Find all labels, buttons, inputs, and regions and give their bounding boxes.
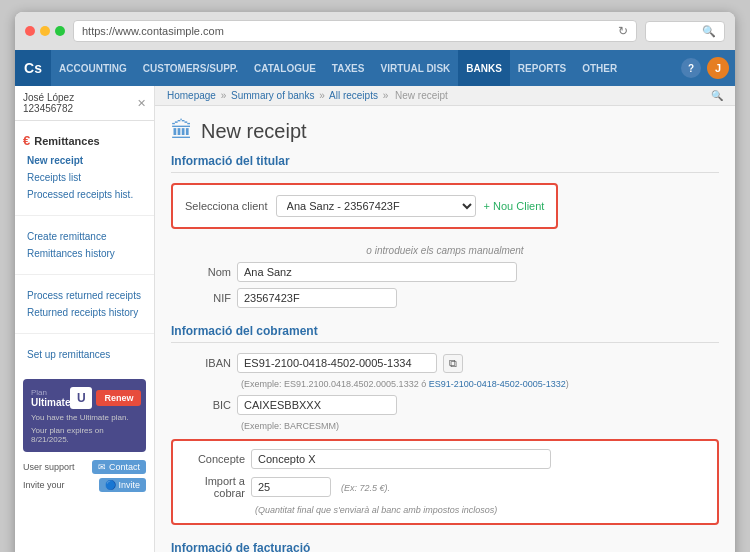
sidebar-close-icon[interactable]: ✕ — [137, 97, 146, 110]
nav-items: ACCOUNTING CUSTOMERS/SUPP. CATALOGUE TAX… — [51, 50, 681, 86]
import-label: Import a cobrar — [185, 475, 245, 499]
or-text: o introdueix els camps manualment — [171, 245, 719, 256]
nav-item-customers[interactable]: CUSTOMERS/SUPP. — [135, 50, 246, 86]
iban-copy-icon[interactable]: ⧉ — [443, 354, 463, 373]
plan-info: Plan Ultimate — [31, 388, 70, 408]
nom-input[interactable] — [237, 262, 517, 282]
page-icon: 🏛 — [171, 118, 193, 144]
sidebar-link-create-remittance[interactable]: Create remittance — [15, 228, 154, 245]
breadcrumb-home[interactable]: Homepage — [167, 90, 216, 101]
nav-item-banks[interactable]: BANKS — [458, 50, 510, 86]
select-client-label: Selecciona client — [185, 200, 268, 212]
invite-button[interactable]: 🔵 Invite — [99, 478, 146, 492]
bic-input[interactable] — [237, 395, 397, 415]
sidebar-remittances-section: € Remittances New receipt Receipts list … — [15, 121, 154, 211]
concepto-import-box: Concepte Import a cobrar (Ex: 72.5 €). (… — [171, 439, 719, 525]
sidebar-link-process-returned[interactable]: Process returned receipts — [15, 287, 154, 304]
import-input[interactable] — [251, 477, 331, 497]
plan-text: You have the Ultimate plan. — [31, 413, 138, 422]
sidebar-section-label: Remittances — [34, 135, 99, 147]
iban-label: IBAN — [171, 357, 231, 369]
titular-section-title: Informació del titular — [171, 154, 719, 173]
titular-section: Informació del titular Selecciona client… — [171, 154, 719, 308]
sidebar-link-returned-history[interactable]: Returned receipts history — [15, 304, 154, 321]
plan-label: Plan — [31, 388, 70, 397]
plan-u-icon: U — [70, 387, 92, 409]
traffic-lights — [25, 26, 65, 36]
concepto-label: Concepte — [185, 453, 245, 465]
concepto-input[interactable] — [251, 449, 551, 469]
help-button[interactable]: ? — [681, 58, 701, 78]
search-icon: 🔍 — [702, 25, 716, 38]
new-client-button[interactable]: + Nou Client — [484, 200, 545, 212]
nav-item-reports[interactable]: REPORTS — [510, 50, 574, 86]
nav-item-virtual-disk[interactable]: VIRTUAL DISK — [372, 50, 458, 86]
sidebar-link-processed-receipts[interactable]: Processed receipts hist. — [15, 186, 154, 203]
nav-item-taxes[interactable]: TAXES — [324, 50, 373, 86]
sidebar-link-setup[interactable]: Set up remittances — [15, 346, 154, 363]
nif-row: NIF — [171, 288, 719, 308]
import-example: (Ex: 72.5 €). — [337, 483, 390, 493]
nav-item-other[interactable]: OTHER — [574, 50, 625, 86]
nif-input[interactable] — [237, 288, 397, 308]
browser-chrome: https://www.contasimple.com ↻ 🔍 — [15, 12, 735, 50]
sidebar-link-new-receipt[interactable]: New receipt — [15, 152, 154, 169]
sidebar-user-name: José López — [23, 92, 74, 103]
invite-label: Invite your — [23, 480, 65, 490]
nav-right: ? J — [681, 57, 735, 79]
nav-logo[interactable]: Cs — [15, 50, 51, 86]
sidebar-link-receipts-list[interactable]: Receipts list — [15, 169, 154, 186]
nom-row: Nom — [171, 262, 719, 282]
support-label: User support — [23, 462, 75, 472]
breadcrumb-sep3: » — [383, 90, 389, 101]
plan-expires: Your plan expires on 8/21/2025. — [31, 426, 138, 444]
nav-item-accounting[interactable]: ACCOUNTING — [51, 50, 135, 86]
nif-label: NIF — [171, 292, 231, 304]
support-box: User support ✉ Contact — [23, 460, 146, 474]
nav-item-catalogue[interactable]: CATALOGUE — [246, 50, 324, 86]
sidebar: José López 123456782 ✕ € Remittances New… — [15, 86, 155, 552]
iban-example-text: (Exemple: ES91.2100.0418.4502.0005.1332 … — [241, 379, 719, 389]
breadcrumb-banks[interactable]: Summary of banks — [231, 90, 314, 101]
content-area: José López 123456782 ✕ € Remittances New… — [15, 86, 735, 552]
renew-button[interactable]: Renew — [96, 390, 141, 406]
breadcrumb-bar: Homepage » Summary of banks » All receip… — [155, 86, 735, 106]
user-avatar[interactable]: J — [707, 57, 729, 79]
sidebar-user: José López 123456782 ✕ — [15, 86, 154, 121]
nom-label: Nom — [171, 266, 231, 278]
page-title: New receipt — [201, 120, 307, 143]
cobrament-section-title: Informació del cobrament — [171, 324, 719, 343]
cobrament-section: Informació del cobrament IBAN ⧉ (Exemple… — [171, 324, 719, 525]
client-select-dropdown[interactable]: Ana Sanz - 23567423F — [276, 195, 476, 217]
facturacio-section-title: Informació de facturació — [171, 541, 719, 552]
invite-box: Invite your 🔵 Invite — [23, 478, 146, 492]
contact-button[interactable]: ✉ Contact — [92, 460, 146, 474]
concepto-row: Concepte — [185, 449, 705, 469]
main-content: Homepage » Summary of banks » All receip… — [155, 86, 735, 552]
breadcrumb: Homepage » Summary of banks » All receip… — [167, 90, 450, 101]
iban-input[interactable] — [237, 353, 437, 373]
breadcrumb-sep2: » — [319, 90, 325, 101]
sidebar-link-remittances-history[interactable]: Remittances history — [15, 245, 154, 262]
bic-example-text: (Exemple: BARCESMM) — [241, 421, 719, 431]
sidebar-returned-section: Process returned receipts Returned recei… — [15, 279, 154, 329]
breadcrumb-search-icon[interactable]: 🔍 — [711, 90, 723, 101]
refresh-icon[interactable]: ↻ — [618, 24, 628, 38]
search-bar[interactable]: 🔍 — [645, 21, 725, 42]
breadcrumb-receipts[interactable]: All receipts — [329, 90, 378, 101]
browser-window: https://www.contasimple.com ↻ 🔍 Cs ACCOU… — [15, 12, 735, 552]
url-text: https://www.contasimple.com — [82, 25, 224, 37]
iban-sep: ó — [421, 379, 426, 389]
iban-example-link[interactable]: ES91-2100-0418-4502-0005-1332 — [429, 379, 566, 389]
facturacio-section: Informació de facturació — [171, 541, 719, 552]
minimize-traffic-light[interactable] — [40, 26, 50, 36]
bic-label: BIC — [171, 399, 231, 411]
sidebar-setup-section: Set up remittances — [15, 338, 154, 371]
url-bar[interactable]: https://www.contasimple.com ↻ — [73, 20, 637, 42]
plan-box: Plan Ultimate U Renew You have the Ultim… — [23, 379, 146, 452]
close-traffic-light[interactable] — [25, 26, 35, 36]
maximize-traffic-light[interactable] — [55, 26, 65, 36]
iban-field-group: ⧉ — [237, 353, 463, 373]
page-header: 🏛 New receipt — [171, 118, 719, 144]
bic-row: BIC — [171, 395, 719, 415]
